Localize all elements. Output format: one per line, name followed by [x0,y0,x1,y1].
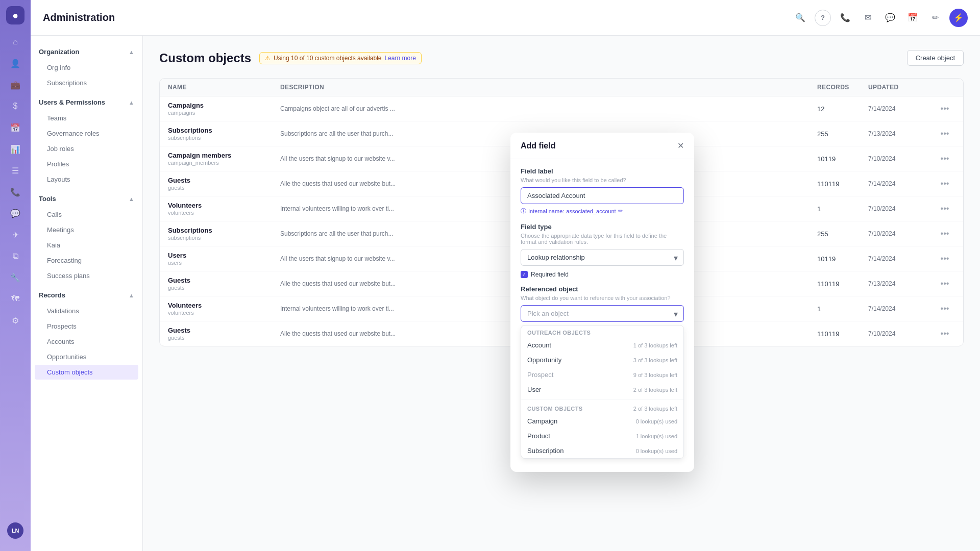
obj-records: 110119 [817,280,868,288]
help-button[interactable]: ? [815,10,831,26]
obj-slug: subscriptions [168,135,280,141]
sidebar-section-organization[interactable]: Organization ▲ [31,44,142,60]
sidebar-item-org-info[interactable]: Org info [35,60,138,75]
dropdown-item-user[interactable]: User 2 of 3 lookups left [521,382,683,397]
field-type-select-wrapper: Lookup relationship Text Number Date Che… [521,249,684,266]
settings-nav-icon[interactable]: ⚙ [6,311,24,330]
row-menu-button[interactable]: ••• [935,104,955,113]
ref-object-desc: What object do you want to reference wit… [521,295,684,301]
mail-button[interactable]: ✉ [860,10,876,26]
sidebar-section-users-permissions[interactable]: Users & Permissions ▲ [31,94,142,110]
modal-close-button[interactable]: ✕ [677,141,684,151]
dropdown-item-account[interactable]: Account 1 of 3 lookups left [521,338,683,353]
dropdown-item-subscription-label: Subscription [527,447,564,455]
dropdown-item-user-count: 2 of 3 lookups left [633,387,677,393]
map-nav-icon[interactable]: 🗺 [6,290,24,308]
sidebar-item-layouts[interactable]: Layouts [35,172,138,187]
home-nav-icon[interactable]: ⌂ [6,33,24,51]
sidebar-item-validations[interactable]: Validations [35,304,138,318]
sidebar-item-profiles[interactable]: Profiles [35,157,138,171]
sidebar-section-records[interactable]: Records ▲ [31,287,142,303]
sidebar-item-forecasting[interactable]: Forecasting [35,253,138,268]
internal-name-value: associated_account [566,208,616,214]
obj-updated: 7/13/2024 [868,130,935,137]
message-nav-icon[interactable]: 💬 [6,204,24,222]
analytics-nav-icon[interactable]: 📊 [6,140,24,158]
dropdown-item-user-label: User [527,386,541,393]
col-name: Name [168,84,280,91]
row-menu-button[interactable]: ••• [935,329,955,338]
chat-button[interactable]: 💬 [882,10,898,26]
sidebar-item-custom-objects[interactable]: Custom objects [35,365,138,380]
sidebar-item-kaia[interactable]: Kaia [35,238,138,253]
user-avatar[interactable]: LN [7,522,23,539]
edit-button[interactable]: ✏ [927,10,943,26]
obj-slug: campaigns [168,110,280,116]
dropdown-item-account-count: 1 of 3 lookups left [633,342,677,348]
create-object-button[interactable]: Create object [907,50,964,66]
obj-name: Subscriptions [168,227,280,234]
obj-records: 10119 [817,155,868,163]
sidebar-item-calls[interactable]: Calls [35,207,138,222]
dropdown-item-opportunity[interactable]: Opportunity 3 of 3 lookups left [521,353,683,367]
search-button[interactable]: 🔍 [792,10,808,26]
custom-objects-count: 2 of 3 lookups left [633,406,677,412]
calendar-nav-icon[interactable]: 📅 [6,118,24,137]
sidebar-item-subscriptions[interactable]: Subscriptions [35,76,138,90]
field-type-select[interactable]: Lookup relationship Text Number Date Che… [521,249,684,266]
obj-records: 110119 [817,180,868,188]
row-menu-button[interactable]: ••• [935,129,955,138]
obj-updated: 7/10/2024 [868,205,935,212]
sidebar-item-accounts[interactable]: Accounts [35,334,138,349]
lightning-button[interactable]: ⚡ [949,9,968,27]
sidebar-item-teams[interactable]: Teams [35,111,138,126]
dropdown-item-prospect[interactable]: Prospect 9 of 3 lookups left [521,367,683,382]
send-nav-icon[interactable]: ✈ [6,226,24,244]
row-menu-button[interactable]: ••• [935,279,955,288]
calendar-button[interactable]: 📅 [904,10,921,26]
app-logo[interactable]: ● [6,6,24,24]
table-row[interactable]: Campaigns campaigns Campaigns object are… [160,96,963,121]
row-menu-button[interactable]: ••• [935,254,955,263]
list-nav-icon[interactable]: ☰ [6,161,24,180]
obj-records: 255 [817,230,868,238]
field-label-input[interactable] [521,187,684,204]
tools-nav-icon[interactable]: 🔧 [6,268,24,287]
ref-object-select[interactable]: Pick an object Account Opportunity Prosp… [521,305,684,322]
learn-more-link[interactable]: Learn more [384,55,415,62]
logo-icon: ● [12,10,18,21]
ref-object-title: Referenced object [521,285,684,293]
dropdown-item-campaign[interactable]: Campaign 0 lookup(s) used [521,414,683,429]
internal-name-row: ⓘ Internal name: associated_account ✏ [521,207,684,215]
row-menu-button[interactable]: ••• [935,229,955,238]
sidebar-item-governance-roles[interactable]: Governance roles [35,126,138,141]
phone-button[interactable]: 📞 [837,10,853,26]
sidebar-item-opportunities[interactable]: Opportunities [35,349,138,364]
required-field-checkbox[interactable]: ✓ [521,271,528,278]
usage-text: Using 10 of 10 custom objects available [274,55,381,62]
row-menu-button[interactable]: ••• [935,304,955,313]
dropdown-item-product[interactable]: Product 1 lookup(s) used [521,429,683,443]
copy-nav-icon[interactable]: ⧉ [6,247,24,265]
row-menu-button[interactable]: ••• [935,204,955,213]
obj-updated: 7/10/2024 [868,230,935,237]
dropdown-item-subscription[interactable]: Subscription 0 lookup(s) used [521,443,683,458]
page-title: Custom objects [159,51,251,65]
dollar-nav-icon[interactable]: $ [6,97,24,115]
obj-updated: 7/13/2024 [868,280,935,287]
sidebar-item-success-plans[interactable]: Success plans [35,268,138,283]
row-menu-button[interactable]: ••• [935,154,955,163]
users-nav-icon[interactable]: 👤 [6,54,24,72]
sidebar-item-prospects[interactable]: Prospects [35,319,138,334]
topbar: Administration 🔍 ? 📞 ✉ 💬 📅 ✏ ⚡ [31,0,980,36]
topbar-icons: 🔍 ? 📞 ✉ 💬 📅 ✏ ⚡ [792,9,968,27]
sidebar-item-meetings[interactable]: Meetings [35,222,138,237]
obj-records: 12 [817,105,868,113]
sidebar-item-job-roles[interactable]: Job roles [35,141,138,156]
dropdown-item-campaign-label: Campaign [527,417,557,425]
phone-nav-icon[interactable]: 📞 [6,183,24,201]
edit-internal-name-icon[interactable]: ✏ [618,208,623,214]
sidebar-section-tools[interactable]: Tools ▲ [31,191,142,207]
briefcase-nav-icon[interactable]: 💼 [6,76,24,94]
row-menu-button[interactable]: ••• [935,179,955,188]
